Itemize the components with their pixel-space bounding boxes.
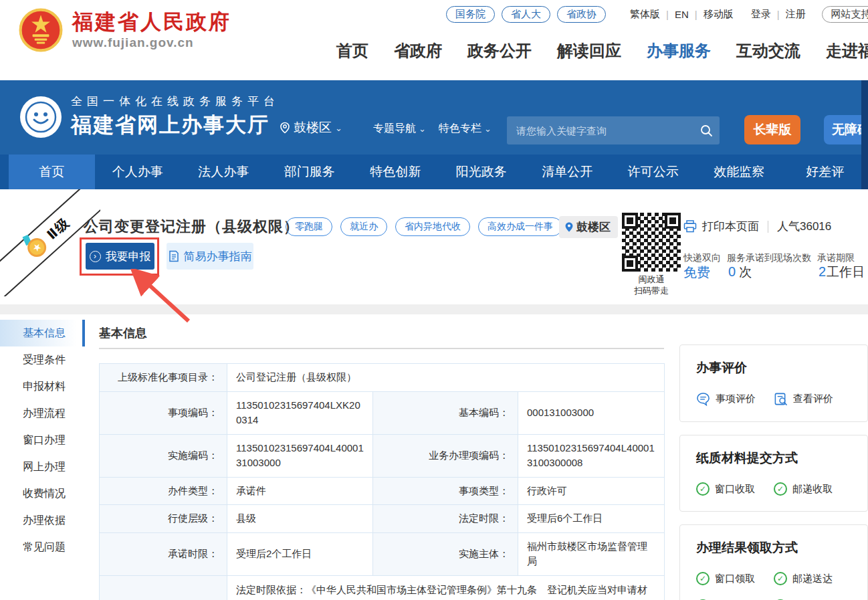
- tab-application-materials[interactable]: 申报材料: [0, 373, 85, 400]
- item-window-pickup: ✓ 窗口领取: [696, 572, 774, 585]
- tab-process[interactable]: 办理流程: [0, 400, 85, 427]
- region-selector[interactable]: 鼓楼区 ⌄: [280, 119, 342, 136]
- item-rate-service-label: 事项评价: [716, 393, 756, 405]
- register-link[interactable]: 注册: [786, 8, 806, 21]
- hall-name: 福建省网上办事大厅: [71, 111, 280, 139]
- utility-bar: 国务院 省人大 省政协 繁体版 | EN | 移动版 登录 | 注册 网站支持I…: [446, 6, 868, 23]
- menu-featured-columns[interactable]: 特色专栏 ⌄: [439, 122, 492, 136]
- item-view-reviews-label: 查看评价: [793, 393, 833, 405]
- check-circle-icon: ✓: [696, 572, 710, 585]
- link-state-council[interactable]: 国务院: [446, 6, 495, 23]
- hall-nav-personal[interactable]: 个人办事: [95, 155, 181, 189]
- hall-nav-sunshine[interactable]: 阳光政务: [439, 155, 525, 189]
- service-title: 公司变更登记注册（县级权限）: [84, 217, 299, 237]
- table-row: 事项编码： 11350102315697404LXK200314 基本编码： 0…: [100, 391, 665, 434]
- page-root: 福建省人民政府 www.fujian.gov.cn 国务院 省人大 省政协 繁体…: [0, 0, 868, 600]
- location-pin-icon: [564, 221, 574, 233]
- portal-nav-disclosure[interactable]: 政务公开: [467, 40, 532, 62]
- qr-caption-line2: 扫码带走: [618, 285, 685, 296]
- printer-icon: [683, 220, 697, 233]
- apply-button[interactable]: › 我要申报: [86, 243, 154, 270]
- tab-faq[interactable]: 常见问题: [0, 534, 85, 561]
- hall-nav-innovation[interactable]: 特色创新: [352, 155, 439, 189]
- link-provincial-congress[interactable]: 省人大: [502, 6, 550, 23]
- search-box: [507, 116, 720, 144]
- stat-value-deadline: 2工作日: [819, 264, 865, 281]
- item-mail-collect-label: 邮递收取: [792, 483, 833, 496]
- item-view-reviews[interactable]: 查看评价: [774, 392, 851, 406]
- service-hall-logo[interactable]: [20, 96, 62, 138]
- stat-label-delivery: 快递双向: [683, 252, 721, 264]
- detail-tabs: 基本信息 受理条件 申报材料 办理流程 窗口办理 网上办理 收费情况 办理依据 …: [0, 314, 85, 561]
- site-logo[interactable]: 福建省人民政府 www.fujian.gov.cn: [19, 8, 231, 52]
- card-evaluation-title: 办事评价: [696, 359, 851, 377]
- guide-button-label: 简易办事指南: [184, 249, 252, 264]
- card-result-pickup-title: 办理结果领取方式: [696, 539, 851, 557]
- tab-acceptance-conditions[interactable]: 受理条件: [0, 346, 85, 373]
- site-header: 福建省人民政府 www.fujian.gov.cn 国务院 省人大 省政协 繁体…: [0, 0, 868, 80]
- card-paper-submit: 纸质材料提交方式 ✓ 窗口收取 ✓ 邮递收取: [679, 435, 868, 512]
- national-emblem-icon: [19, 8, 63, 52]
- section-divider: [0, 304, 868, 314]
- apply-button-label: 我要申报: [106, 249, 151, 264]
- service-hall-title[interactable]: 全国一体化在线政务服务平台 福建省网上办事大厅: [71, 94, 280, 139]
- service-header-section: ★ Ⅱ级 公司变更登记注册（县级权限） 零跑腿 就近办 省内异地代收 高效办成一…: [0, 189, 868, 304]
- chevron-down-icon: ⌄: [335, 123, 342, 133]
- guide-button[interactable]: 简易办事指南: [167, 243, 253, 270]
- print-page-button[interactable]: 打印本页面: [702, 219, 759, 234]
- link-english[interactable]: EN: [675, 9, 689, 20]
- tab-legal-basis[interactable]: 办理依据: [0, 507, 85, 534]
- search-input[interactable]: [507, 125, 693, 136]
- print-row: 打印本页面 人气36016: [683, 219, 831, 234]
- hall-nav-efficiency[interactable]: 效能监察: [696, 155, 782, 189]
- table-row: 实施编码： 11350102315697404L4000131003000 业务…: [100, 434, 665, 477]
- ipv6-badge[interactable]: 网站支持IPV6: [822, 6, 868, 23]
- service-hall-banner: 全国一体化在线政务服务平台 福建省网上办事大厅 鼓楼区 ⌄ 专题导航 ⌄ 特色专…: [0, 80, 868, 155]
- view-reviews-icon: [774, 392, 788, 406]
- elder-version-button[interactable]: 长辈版: [744, 115, 800, 144]
- portal-nav-interpretation[interactable]: 解读回应: [557, 40, 621, 62]
- portal-nav-interaction[interactable]: 互动交流: [736, 40, 800, 62]
- link-traditional-chinese[interactable]: 繁体版: [630, 8, 660, 21]
- hall-nav-permit-publicity[interactable]: 许可公示: [611, 155, 697, 189]
- hall-nav: 首页 个人办事 法人办事 部门服务 特色创新 阳光政务 清单公开 许可公示 效能…: [0, 155, 868, 189]
- card-result-pickup: 办理结果领取方式 ✓ 窗口领取 ✓ 邮递送达 ✓ 电子证照 ✓ 在线打印: [679, 524, 868, 600]
- item-rate-service[interactable]: 事项评价: [696, 392, 774, 406]
- hall-nav-rating[interactable]: 好差评: [782, 155, 868, 189]
- table-row: 行使层级： 县级 法定时限： 受理后6个工作日: [100, 505, 665, 533]
- hall-nav-legal-person[interactable]: 法人办事: [181, 155, 267, 189]
- login-link[interactable]: 登录: [751, 8, 771, 21]
- check-circle-icon: ✓: [774, 572, 787, 585]
- tab-window-handling[interactable]: 窗口办理: [0, 427, 85, 454]
- link-provincial-cppcc[interactable]: 省政协: [557, 6, 606, 23]
- level-badge-label: Ⅱ级: [43, 213, 74, 243]
- tab-online-handling[interactable]: 网上办理: [0, 454, 85, 480]
- region-selector-label: 鼓楼区: [294, 119, 332, 136]
- portal-nav-government[interactable]: 省政府: [394, 40, 442, 62]
- search-button[interactable]: [693, 116, 720, 144]
- hall-nav-departments[interactable]: 部门服务: [267, 155, 353, 189]
- table-row: 承诺时限： 受理后2个工作日 实施主体： 福州市鼓楼区市场监督管理局: [100, 532, 665, 575]
- scrollbar-strip[interactable]: [861, 80, 868, 189]
- menu-special-topics-label: 专题导航: [373, 122, 416, 136]
- item-mail-delivery: ✓ 邮递送达: [774, 572, 851, 585]
- site-url: www.fujian.gov.cn: [72, 35, 231, 50]
- portal-nav: 首页 省政府 政务公开 解读回应 办事服务 互动交流 走进福建: [336, 40, 868, 62]
- section-title: 基本信息: [99, 325, 664, 341]
- tab-fees[interactable]: 收费情况: [0, 480, 85, 507]
- qr-caption: 闽政通 扫码带走: [618, 274, 685, 296]
- hall-nav-list-disclosure[interactable]: 清单公开: [524, 155, 611, 189]
- location-pin-icon: [280, 122, 290, 134]
- check-circle-icon: ✓: [774, 482, 787, 496]
- portal-nav-services[interactable]: 办事服务: [647, 40, 711, 62]
- item-mail-collect: ✓ 邮递收取: [774, 482, 851, 496]
- service-region-badge: 鼓楼区: [559, 216, 618, 238]
- search-icon: [700, 124, 713, 137]
- tab-basic-info[interactable]: 基本信息: [0, 320, 85, 346]
- menu-special-topics[interactable]: 专题导航 ⌄: [373, 122, 426, 136]
- portal-nav-about-fujian[interactable]: 走进福建: [826, 40, 868, 62]
- table-row: 法定时限说明： 法定时限依据：《中华人民共和国市场主体登记管理条例》第十九条 登…: [100, 575, 665, 600]
- portal-nav-home[interactable]: 首页: [336, 40, 368, 62]
- hall-nav-home[interactable]: 首页: [9, 155, 95, 189]
- link-mobile-version[interactable]: 移动版: [703, 8, 734, 21]
